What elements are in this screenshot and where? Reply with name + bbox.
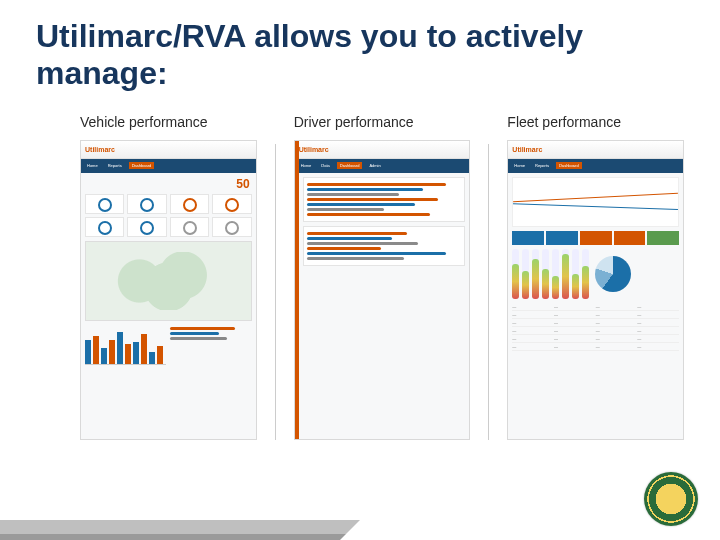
column-heading-fleet: Fleet performance [507,114,684,130]
slider [512,249,519,299]
bar [141,334,147,363]
data-table: ———— ———— ———— ———— ———— ———— [512,303,679,351]
driver-bar-panel [303,177,466,222]
driver-bar-panel-2 [303,226,466,266]
mock-tab: Reports [532,162,552,169]
mock-nav: Home Reports Dashboard [508,159,683,173]
bar [101,348,107,364]
side-panel [170,325,251,365]
gauge-icon [212,194,251,214]
hbar [307,198,438,201]
hbar [307,252,446,255]
line-chart-fleet [512,177,679,227]
slider [522,249,529,299]
mock-tab: Home [511,162,528,169]
column-divider [275,144,276,440]
kpi-box [546,231,578,245]
screenshot-vehicle: Utilimarc Home Reports Dashboard 50 [80,140,257,440]
bar [149,352,155,364]
hbar [307,242,418,245]
hbar [307,193,400,196]
hbar [307,188,423,191]
slider [562,249,569,299]
gauge-icon [85,194,124,214]
mock-tab: Reports [105,162,125,169]
hbar [307,203,415,206]
gauge-icon [127,194,166,214]
kpi-boxes [512,231,679,245]
slider [582,249,589,299]
kpi-box [512,231,544,245]
bar [85,340,91,363]
gauge-icon [170,194,209,214]
column-driver: Driver performance Utilimarc Home Data D… [294,114,471,440]
map-panel [85,241,252,321]
table-row: ———— [512,303,679,311]
slider [552,249,559,299]
hbar [170,337,227,340]
bar [93,336,99,363]
column-fleet: Fleet performance Utilimarc Home Reports… [507,114,684,440]
mock-nav: Home Data Dashboard Admin [295,159,470,173]
logo-text: Utilimarc [299,146,329,153]
table-row: ———— [512,311,679,319]
mock-tab: Dashboard [129,162,155,169]
gauge-icon [170,217,209,237]
kpi-box [647,231,679,245]
kpi-box [614,231,646,245]
mock-tab: Data [318,162,332,169]
accent-stripe [295,141,299,439]
logo-text: Utilimarc [85,146,115,153]
columns-container: Vehicle performance Utilimarc Home Repor… [0,98,720,440]
hbar [307,213,431,216]
decorative-corner-stripe [0,520,360,540]
mock-tab: Home [84,162,101,169]
slide-title: Utilimarc/RVA allows you to actively man… [0,0,720,98]
screenshot-fleet: Utilimarc Home Reports Dashboard [507,140,684,440]
gauge-grid [85,194,252,237]
slider [532,249,539,299]
bar [125,344,131,364]
table-row: ———— [512,335,679,343]
mock-tab: Dashboard [556,162,582,169]
slider [572,249,579,299]
hbar [307,208,384,211]
column-divider [488,144,489,440]
gauge-icon [85,217,124,237]
bar [133,342,139,363]
big-number: 50 [85,177,252,191]
bar [117,332,123,363]
pie-chart-fleet [595,256,631,292]
hbar [307,183,446,186]
mock-tab: Dashboard [337,162,363,169]
mock-tab: Home [298,162,315,169]
column-heading-vehicle: Vehicle performance [80,114,257,130]
hbar [307,247,381,250]
slider [542,249,549,299]
logo-text: Utilimarc [512,146,542,153]
slider-chart [512,249,589,299]
bar [157,346,163,364]
table-row: ———— [512,343,679,351]
kpi-box [580,231,612,245]
column-vehicle: Vehicle performance Utilimarc Home Repor… [80,114,257,440]
table-row: ———— [512,319,679,327]
hbar [307,232,408,235]
gauge-icon [212,217,251,237]
mock-tab: Admin [366,162,383,169]
table-row: ———— [512,327,679,335]
hbar [307,257,404,260]
hbar [170,332,219,335]
bar [109,340,115,363]
bar-chart-vehicle [85,325,166,365]
mock-nav: Home Reports Dashboard [81,159,256,173]
column-heading-driver: Driver performance [294,114,471,130]
gauge-icon [127,217,166,237]
hbar [170,327,235,330]
hbar [307,237,392,240]
screenshot-driver: Utilimarc Home Data Dashboard Admin [294,140,471,440]
city-seal-icon [644,472,698,526]
